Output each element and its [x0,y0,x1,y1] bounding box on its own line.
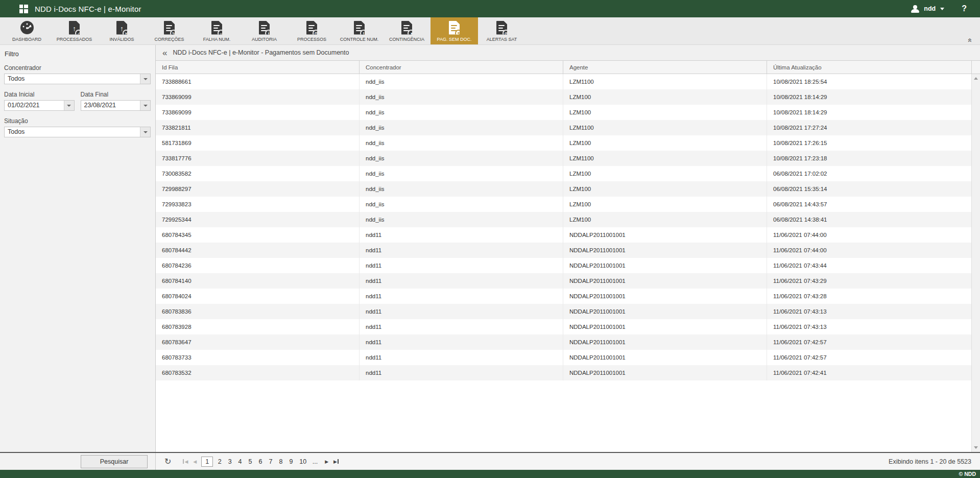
data-final-dropdown-arrow-icon[interactable] [140,101,150,110]
concentrador-select[interactable]: Todos [4,74,151,84]
table-body: 733888661ndd_iisLZM110010/08/2021 18:25:… [156,74,980,452]
concentrador-value: Todos [5,74,140,84]
page-number-3[interactable]: 3 [225,457,235,466]
table-cell: LZM100 [563,166,767,181]
last-page-icon[interactable]: ▶ [331,459,341,464]
table-row[interactable]: 729925344ndd_iisLZM10006/08/2021 14:38:4… [156,212,971,227]
table-row[interactable]: 680784236ndd11NDDALP201100100111/06/2021… [156,258,971,273]
table-cell: 729925344 [156,212,360,227]
table-cell: ndd_iis [360,197,563,212]
collapse-ribbon-icon[interactable]: « [967,38,974,42]
toolbar-item-auditoria[interactable]: iAUDITORIA [241,17,288,44]
data-final-picker[interactable]: 23/08/2021 [81,100,151,111]
user-menu[interactable]: ndd [924,5,936,12]
app-launcher-waffle-icon[interactable] [19,5,28,13]
data-final-label: Data Final [81,91,151,98]
copyright: © NDD [959,471,976,477]
toolbar-item-processos[interactable]: ⚙PROCESSOS [288,17,336,44]
toolbar-item-dashboard[interactable]: DASHBOARD [3,17,51,44]
table-cell: 11/06/2021 07:42:57 [767,350,971,365]
toolbar-item-label: CONTROLE NUM. [340,37,379,42]
table-cell: ndd_iis [360,105,563,120]
table-cell: ndd_iis [360,212,563,227]
data-inicial-dropdown-arrow-icon[interactable] [64,101,74,110]
breadcrumb: « NDD i-Docs NFC-e | e-Monitor - Pagamen… [156,45,980,60]
page-number-8[interactable]: 8 [276,457,286,466]
table-row[interactable]: 729988297ndd_iisLZM10006/08/2021 15:35:1… [156,181,971,197]
table-cell: 680784442 [156,243,360,258]
first-page-icon[interactable]: ◀ [180,459,190,464]
table-row[interactable]: 733817776ndd_iisLZM110010/08/2021 17:23:… [156,151,971,166]
table-cell: ndd_iis [360,74,563,89]
table-cell: ndd11 [360,289,563,304]
table-row[interactable]: 729933823ndd_iisLZM10006/08/2021 14:43:5… [156,197,971,212]
data-inicial-picker[interactable]: 01/02/2021 [4,100,75,111]
table-row[interactable]: 680783532ndd11NDDALP201100100111/06/2021… [156,365,971,380]
page-number-6[interactable]: 6 [255,457,266,466]
toolbar-item-alertas-sat[interactable]: ⊘ALERTAS SAT [478,17,525,44]
table-row[interactable]: 581731869ndd_iisLZM10010/08/2021 17:26:1… [156,135,971,151]
column-header-ltima-atualiza-o[interactable]: Última Atualização [767,61,972,74]
scroll-up-arrow-icon[interactable] [974,77,978,80]
toolbar-item-falha-num[interactable]: −FALHA NUM. [193,17,241,44]
table-cell: 733869099 [156,89,360,105]
scroll-down-arrow-icon[interactable] [974,446,978,449]
table-cell: 581731869 [156,135,360,151]
toolbar-item-processados[interactable]: ↑✓PROCESSADOS [51,17,98,44]
refresh-icon[interactable]: ↻ [164,458,171,466]
table-cell: ndd_iis [360,166,563,181]
pesquisar-button[interactable]: Pesquisar [81,455,148,468]
toolbar-item-label: PROCESSADOS [57,37,92,42]
column-header-concentrador[interactable]: Concentrador [360,61,563,74]
situacao-select[interactable]: Todos [4,127,151,137]
column-header-agente[interactable]: Agente [563,61,767,74]
page-number-2[interactable]: 2 [214,457,225,466]
page-number-1[interactable]: 1 [201,457,213,467]
table-row[interactable]: 680784140ndd11NDDALP201100100111/06/2021… [156,273,971,289]
situacao-value: Todos [5,127,140,137]
table-row[interactable]: 733869099ndd_iisLZM10010/08/2021 18:14:2… [156,105,971,120]
table-row[interactable]: 730083582ndd_iisLZM10006/08/2021 17:02:0… [156,166,971,181]
toolbar-item-conting-ncia[interactable]: ▂▆CONTINGÊNCIA [383,17,431,44]
table-cell: 680784345 [156,227,360,243]
next-page-icon[interactable]: ▶ [322,459,331,464]
table-row[interactable]: 733821811ndd_iisLZM110010/08/2021 17:27:… [156,120,971,135]
data-inicial-value: 01/02/2021 [5,101,64,110]
vertical-scrollbar[interactable] [971,74,980,452]
table-cell: NDDALP2011001001 [563,334,767,350]
page-number-9[interactable]: 9 [286,457,296,466]
help-button[interactable]: ? [962,4,967,13]
table-cell: 680783532 [156,365,360,380]
table-cell: NDDALP2011001001 [563,304,767,319]
doc-edit-icon: ✎ [164,20,175,35]
page-number-10[interactable]: 10 [296,457,310,466]
table-cell: NDDALP2011001001 [563,365,767,380]
page-number-7[interactable]: 7 [266,457,276,466]
page-number-4[interactable]: 4 [235,457,245,466]
situacao-dropdown-arrow-icon[interactable] [140,127,150,137]
toolbar-item-controle-num[interactable]: !CONTROLE NUM. [336,17,383,44]
concentrador-dropdown-arrow-icon[interactable] [140,74,150,84]
table-row[interactable]: 680784024ndd11NDDALP201100100111/06/2021… [156,289,971,304]
toolbar-item-pag-sem-doc[interactable]: $PAG. SEM DOC. [431,17,478,44]
user-menu-caret-icon[interactable] [940,8,944,10]
toolbar: DASHBOARD↑✓PROCESSADOS↑✕INVÁLIDOS✎CORREÇ… [0,17,980,45]
table-row[interactable]: 733869099ndd_iisLZM10010/08/2021 18:14:2… [156,89,971,105]
back-chevrons-icon[interactable]: « [162,49,167,57]
table-row[interactable]: 680784442ndd11NDDALP201100100111/06/2021… [156,243,971,258]
table-row[interactable]: 680783733ndd11NDDALP201100100111/06/2021… [156,350,971,365]
page-number-5[interactable]: 5 [245,457,255,466]
table-cell: ndd11 [360,243,563,258]
toolbar-item-corre-es[interactable]: ✎CORREÇÕES [146,17,193,44]
column-header-id-fila[interactable]: Id Fila [156,61,360,74]
toolbar-item-label: PAG. SEM DOC. [437,37,472,42]
table-row[interactable]: 680783928ndd11NDDALP201100100111/06/2021… [156,319,971,334]
table-row[interactable]: 680783836ndd11NDDALP201100100111/06/2021… [156,304,971,319]
table-row[interactable]: 680783647ndd11NDDALP201100100111/06/2021… [156,334,971,350]
previous-page-icon[interactable]: ◀ [190,459,199,464]
table-row[interactable]: 733888661ndd_iisLZM110010/08/2021 18:25:… [156,74,971,89]
footer-bar: © NDD [0,470,980,478]
table-row[interactable]: 680784345ndd11NDDALP201100100111/06/2021… [156,227,971,243]
toolbar-item-inv-lidos[interactable]: ↑✕INVÁLIDOS [98,17,146,44]
table-cell: ndd_iis [360,181,563,197]
